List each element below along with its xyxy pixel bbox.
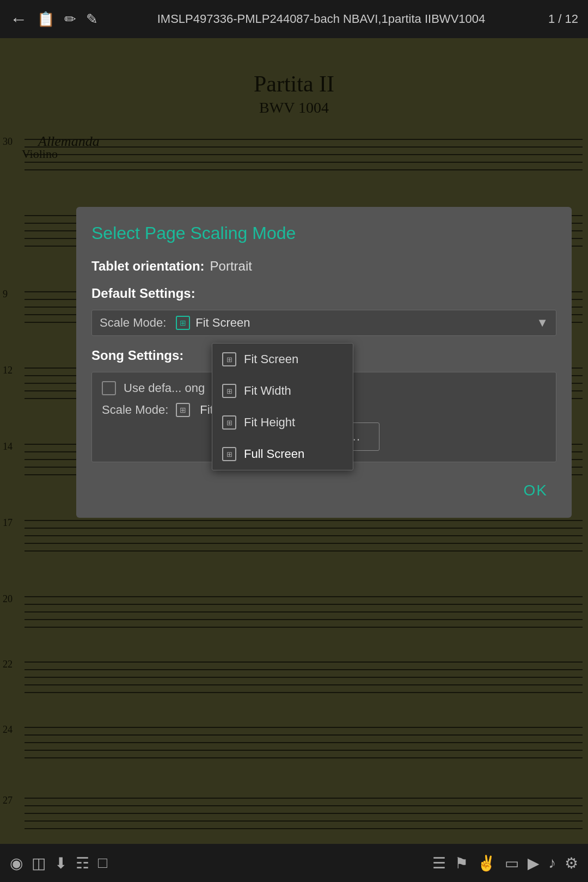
bottom-bar: ◉ ◫ ⬇ ☶ □ ☰ ⚑ ✌ ▭ ▶ ♪ ⚙: [0, 844, 588, 882]
menu-lines-icon[interactable]: ☰: [428, 850, 450, 877]
default-settings-label: Default Settings:: [91, 286, 556, 301]
fit-width-option-label: Fit Width: [244, 384, 291, 398]
fit-screen-option-label: Fit Screen: [244, 352, 298, 366]
dropdown-popup: ⊞ Fit Screen ⊞ Fit Width ⊞ Fit Height ⊞ …: [212, 343, 353, 470]
tablet-orientation-row: Tablet orientation: Portrait: [91, 259, 556, 274]
dialog-title: Select Page Scaling Mode: [91, 223, 556, 243]
device-icon[interactable]: ▭: [500, 850, 523, 877]
fit-height-option-label: Fit Height: [244, 415, 295, 430]
settings-page-icon[interactable]: □: [94, 850, 112, 876]
option-fit-screen[interactable]: ⊞ Fit Screen: [212, 344, 353, 375]
tablet-orientation-value: Portrait: [210, 259, 252, 274]
full-screen-option-label: Full Screen: [244, 447, 304, 461]
gear-icon[interactable]: ⚙: [560, 850, 583, 877]
download-icon[interactable]: ⬇: [50, 850, 71, 877]
document-list-icon[interactable]: ☶: [71, 850, 94, 877]
scale-mode-dialog: Select Page Scaling Mode Tablet orientat…: [76, 207, 572, 518]
option-full-screen[interactable]: ⊞ Full Screen: [212, 438, 353, 470]
page-count: 1 / 12: [535, 12, 578, 26]
use-default-label: Use defa... ong: [124, 381, 205, 395]
image-icon[interactable]: ◫: [27, 850, 50, 877]
pen-icon[interactable]: ✎: [86, 11, 98, 28]
default-scale-mode-row[interactable]: Scale Mode: ⊞ Fit Screen ▼ ⊞ Fit Screen …: [91, 310, 556, 336]
option-fit-height[interactable]: ⊞ Fit Height: [212, 407, 353, 438]
back-icon[interactable]: ←: [10, 9, 27, 29]
metronome-icon[interactable]: ♪: [544, 850, 560, 876]
clipboard-icon[interactable]: 📋: [37, 11, 54, 28]
fit-width-option-icon: ⊞: [222, 384, 236, 398]
touch-icon[interactable]: ✌: [473, 850, 500, 877]
document-title: IMSLP497336-PMLP244087-bach NBAVI,1parti…: [108, 12, 535, 26]
play-icon[interactable]: ▶: [523, 850, 544, 877]
edit-pencil-icon[interactable]: ✏: [64, 11, 76, 28]
fit-height-option-icon: ⊞: [222, 415, 236, 430]
song-scale-mode-label: Scale Mode:: [102, 403, 168, 417]
ok-button-row: OK: [91, 469, 556, 503]
ok-button[interactable]: OK: [515, 479, 556, 503]
full-screen-option-icon: ⊞: [222, 447, 236, 461]
dropdown-arrow-icon: ▼: [536, 316, 548, 330]
tablet-orientation-label: Tablet orientation:: [91, 259, 205, 274]
scale-mode-value: Fit Screen: [195, 316, 536, 330]
top-bar: ← 📋 ✏ ✎ IMSLP497336-PMLP244087-bach NBAV…: [0, 0, 588, 38]
circle-down-icon[interactable]: ◉: [5, 850, 27, 877]
use-default-checkbox[interactable]: [102, 381, 116, 395]
bookmark-icon[interactable]: ⚑: [450, 850, 473, 877]
fit-screen-option-icon: ⊞: [222, 352, 236, 366]
song-scale-icon: ⊞: [176, 403, 190, 417]
scale-mode-icon: ⊞: [176, 316, 190, 330]
option-fit-width[interactable]: ⊞ Fit Width: [212, 375, 353, 407]
scale-mode-label: Scale Mode:: [100, 316, 166, 330]
